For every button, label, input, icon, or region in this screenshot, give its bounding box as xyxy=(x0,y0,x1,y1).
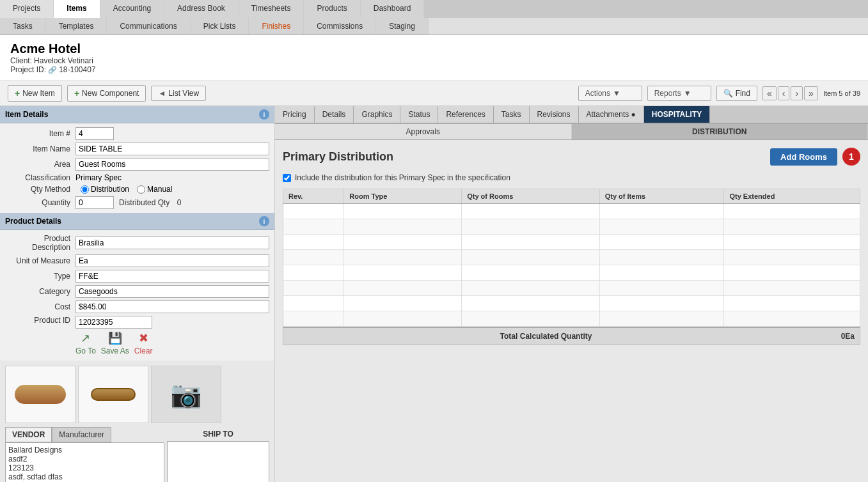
project-id: Project ID: 🔗 18-100407 xyxy=(10,65,858,74)
reports-dropdown[interactable]: Reports ▼ xyxy=(647,86,711,101)
nav-tab-dashboard[interactable]: Dashboard xyxy=(361,0,425,18)
distribution-title: Primary Distribution xyxy=(283,150,393,164)
find-button[interactable]: 🔍 Find xyxy=(716,86,757,101)
tab-revisions[interactable]: Revisions xyxy=(530,106,579,123)
nav-tab-templates[interactable]: Templates xyxy=(46,18,107,35)
clear-button[interactable]: ✖ Clear xyxy=(134,331,153,355)
category-label: Category xyxy=(5,287,75,296)
nav-tab-communications[interactable]: Communications xyxy=(107,18,190,35)
vendor-line3: 123123 xyxy=(8,463,161,472)
next-next-button[interactable]: » xyxy=(804,86,818,100)
table-row xyxy=(283,281,860,296)
area-label: Area xyxy=(5,160,75,169)
add-image-placeholder[interactable]: 📷 xyxy=(151,366,221,423)
actions-dropdown[interactable]: Actions ▼ xyxy=(578,86,642,101)
item-details-header: Item Details i xyxy=(0,106,274,123)
radio-manual[interactable]: Manual xyxy=(137,185,172,194)
add-rooms-button[interactable]: Add Rooms xyxy=(770,148,837,166)
nav-tab-staging[interactable]: Staging xyxy=(376,18,429,35)
distribution-content: Primary Distribution Add Rooms 1 Include… xyxy=(275,140,868,482)
images-area: 📷 xyxy=(0,361,274,424)
item-name-input[interactable] xyxy=(75,143,269,155)
vendor-tabs: VENDOR Manufacturer xyxy=(5,427,164,442)
nav-tab-commissions[interactable]: Commissions xyxy=(304,18,376,35)
manufacturer-tab[interactable]: Manufacturer xyxy=(52,427,111,442)
tab-pricing[interactable]: Pricing xyxy=(275,106,315,123)
next-button[interactable]: › xyxy=(791,86,803,100)
vendor-tab[interactable]: VENDOR xyxy=(5,427,52,442)
nav-tab-items[interactable]: Items xyxy=(54,0,100,18)
nav-tab-projects[interactable]: Projects xyxy=(0,0,54,18)
distributed-qty: Distributed Qty 0 xyxy=(119,198,181,207)
nav-tab-finishes[interactable]: Finishes xyxy=(249,18,304,35)
table-cell-qty_rooms xyxy=(462,235,599,250)
info-icon[interactable]: i xyxy=(259,109,269,120)
clear-icon: ✖ xyxy=(139,331,148,345)
description-input[interactable] xyxy=(75,237,269,249)
arrow-icon: ◄ xyxy=(158,89,166,98)
area-input[interactable] xyxy=(75,158,269,171)
left-panel: Item Details i Item # Item Name Area Cla… xyxy=(0,106,275,482)
uom-label: Unit of Measure xyxy=(5,256,75,265)
new-item-button[interactable]: + New Item xyxy=(8,85,62,102)
category-input[interactable] xyxy=(75,285,269,298)
cost-input[interactable] xyxy=(75,300,269,313)
product-image-1[interactable] xyxy=(5,366,75,423)
nav-arrows: « ‹ › » xyxy=(762,86,818,100)
nav-tab-addressbook[interactable]: Address Book xyxy=(164,0,239,18)
save-as-button[interactable]: 💾 Save As xyxy=(101,331,129,355)
tab-hospitality[interactable]: HOSPITALITY xyxy=(644,106,710,123)
qty-method-radios: Distribution Manual xyxy=(81,185,172,194)
nav-tab-products[interactable]: Products xyxy=(304,0,360,18)
nav-tab-tasks[interactable]: Tasks xyxy=(0,18,46,35)
prev-button[interactable]: ‹ xyxy=(778,86,790,100)
product-image-2[interactable] xyxy=(78,366,148,423)
table-cell-qty_rooms xyxy=(462,281,599,296)
tab-status[interactable]: Status xyxy=(400,106,438,123)
tab-references[interactable]: References xyxy=(438,106,493,123)
sub-tab-distribution[interactable]: DISTRIBUTION xyxy=(572,124,869,139)
include-label: Include the distribution for this Primar… xyxy=(295,173,510,182)
main-toolbar: + New Item + New Component ◄ List View A… xyxy=(0,81,868,106)
include-checkbox-row: Include the distribution for this Primar… xyxy=(283,173,860,182)
tab-graphics[interactable]: Graphics xyxy=(354,106,400,123)
list-view-button[interactable]: ◄ List View xyxy=(151,86,206,101)
nav-tab-picklists[interactable]: Pick Lists xyxy=(191,18,249,35)
tab-details[interactable]: Details xyxy=(315,106,354,123)
chevron-down-icon: ▼ xyxy=(613,89,620,98)
table-cell-rev xyxy=(283,235,344,250)
type-input[interactable] xyxy=(75,270,269,283)
vendor-line4: asdf, sdfad dfas xyxy=(8,472,161,481)
table-row xyxy=(283,265,860,281)
table-cell-qty_rooms xyxy=(462,296,599,311)
vendor-line2: asdf2 xyxy=(8,455,161,463)
prev-prev-button[interactable]: « xyxy=(762,86,777,100)
info-icon-2[interactable]: i xyxy=(259,216,269,226)
table-cell-qty_rooms xyxy=(462,219,599,235)
quantity-label: Quantity xyxy=(5,198,75,207)
uom-input[interactable] xyxy=(75,254,269,267)
nav-tab-accounting[interactable]: Accounting xyxy=(100,0,164,18)
include-checkbox[interactable] xyxy=(283,174,291,182)
table-row xyxy=(283,311,860,327)
save-icon: 💾 xyxy=(108,331,122,345)
product-id-input[interactable] xyxy=(75,316,152,329)
item-num-input[interactable] xyxy=(75,127,114,140)
goto-button[interactable]: ↗ Go To xyxy=(75,331,96,355)
table-cell-qty_rooms xyxy=(462,265,599,281)
tab-attachments[interactable]: Attachments ● xyxy=(579,106,644,123)
total-value: 0Ea xyxy=(803,332,855,341)
sub-tab-approvals[interactable]: Approvals xyxy=(275,124,572,139)
table-cell-room_type xyxy=(344,204,462,219)
distribution-table: Rev. Room Type Qty of Rooms Qty of Items… xyxy=(283,189,860,327)
radio-distribution[interactable]: Distribution xyxy=(81,185,129,194)
classification-label: Classification xyxy=(5,173,75,182)
chevron-down-icon-2: ▼ xyxy=(684,89,691,98)
ship-to-content xyxy=(167,441,269,482)
new-component-button[interactable]: + New Component xyxy=(67,85,146,102)
tab-tasks[interactable]: Tasks xyxy=(494,106,530,123)
item-details-form: Item # Item Name Area Classification Pri… xyxy=(0,123,274,213)
table-row xyxy=(283,204,860,219)
nav-tab-timesheets[interactable]: Timesheets xyxy=(239,0,304,18)
quantity-input[interactable] xyxy=(75,196,114,209)
